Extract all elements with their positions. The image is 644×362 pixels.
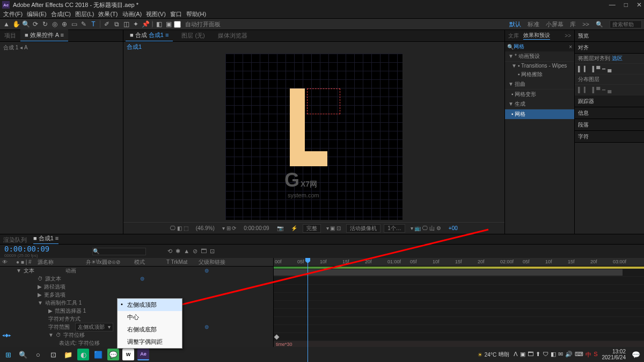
exposure-value[interactable]: +00	[447, 225, 460, 231]
align-top-icon[interactable]: ▀	[596, 66, 600, 72]
tab-composition[interactable]: ■ 合成 合成1 ≡	[126, 29, 173, 41]
snapshot-icon[interactable]: 📷	[275, 225, 286, 231]
expression-text[interactable]: time*30	[276, 342, 292, 347]
timecode-display[interactable]: 0:00:00:09	[0, 245, 49, 253]
tree-distort[interactable]: ▼扭曲	[505, 79, 574, 90]
menu-item-kerning[interactable]: 调整字偶间距	[118, 336, 182, 348]
tab-effects-presets[interactable]: 效果和预设	[523, 32, 550, 40]
timeline-tracks[interactable]: 00f 05f 10f 15f 20f 01:00f 05f 10f 15f 2…	[274, 258, 644, 362]
menu-help[interactable]: 帮助(H)	[185, 10, 207, 18]
app-icon-2[interactable]: 🟦	[92, 349, 104, 360]
menu-item-center[interactable]: 中心	[118, 311, 182, 323]
tl-icon[interactable]: ▲	[184, 248, 189, 255]
composition-viewer[interactable]: GX7网 system.com	[123, 51, 504, 222]
tl-icon[interactable]: 🗔	[201, 248, 207, 255]
pen-tool-icon[interactable]: ✎	[79, 20, 88, 28]
minimize-button[interactable]: —	[609, 1, 616, 9]
anchor-tool-icon[interactable]: ⊕	[60, 20, 69, 28]
menu-animation[interactable]: 动画(A)	[121, 10, 143, 18]
menu-item-right-bottom[interactable]: 右侧或底部	[118, 323, 182, 336]
misc-icons[interactable]: ▾ 📺 🖵 山 ⚙	[408, 225, 443, 232]
row-path-options[interactable]: ▶路径选项	[0, 283, 273, 291]
row-source-text[interactable]: ⏱源文本⊚	[0, 275, 273, 283]
res-icon[interactable]: ▾ ⊞ ⟳	[220, 225, 239, 231]
magnify-icon[interactable]: 🖵 ◧ ⬚	[168, 225, 191, 231]
col-source[interactable]: 源名称	[35, 258, 84, 266]
hand-tool-icon[interactable]: ✋	[12, 20, 20, 28]
notifications-icon[interactable]: 💬	[630, 349, 642, 360]
comp-canvas[interactable]: GX7网 system.com	[225, 54, 402, 220]
tab-footage[interactable]: 媒体浏览器	[214, 30, 252, 41]
menu-file[interactable]: 文件(F)	[2, 10, 24, 18]
maximize-button[interactable]: □	[624, 1, 628, 9]
menu-layer[interactable]: 图层(L)	[74, 10, 95, 18]
ae-taskbar-icon[interactable]: Ae	[137, 349, 149, 360]
orbit-tool-icon[interactable]: ⟳	[31, 20, 40, 28]
workspace-more[interactable]: >>	[582, 21, 589, 27]
start-button[interactable]: ⊞	[2, 349, 14, 360]
tab-project[interactable]: 项目	[0, 30, 20, 41]
search-icon[interactable]: 🔍	[17, 349, 29, 360]
tl-icon[interactable]: ⊡	[210, 248, 215, 255]
timeline-row-text[interactable]: ▼文本动画 ⊚	[0, 267, 273, 275]
text-layer-L[interactable]	[290, 88, 305, 166]
col-parent[interactable]: 父级和链接	[196, 258, 228, 266]
tree-grid[interactable]: ▪ 网格	[505, 109, 574, 119]
tree-transitions[interactable]: ▼▪ Transitions - Wipes	[505, 62, 574, 70]
snap2-icon[interactable]: ▣	[164, 20, 173, 28]
rotate-tool-icon[interactable]: ↻	[41, 20, 49, 28]
composition-name[interactable]: 合成1	[123, 42, 504, 51]
menu-view[interactable]: 视图(V)	[145, 10, 167, 18]
view-icons[interactable]: ▾ ▣ ⊡	[324, 225, 343, 231]
menu-edit[interactable]: 编辑(E)	[26, 10, 48, 18]
taskview-icon[interactable]: ⊡	[47, 349, 59, 360]
menu-item-left-top[interactable]: 左侧或顶部	[118, 299, 182, 311]
menu-composition[interactable]: 合成(C)	[50, 10, 72, 18]
selection-tool-icon[interactable]: ▲	[2, 20, 11, 28]
view-count[interactable]: 1个…	[384, 224, 405, 233]
close-button[interactable]: ✕	[636, 1, 642, 9]
col-trkmat[interactable]: T TrkMat	[164, 259, 196, 265]
tab-overflow[interactable]: >>	[565, 33, 571, 39]
app-icon-3[interactable]: W	[122, 349, 134, 360]
camera-select[interactable]: 活动摄像机	[346, 224, 380, 233]
tab-tracker[interactable]: 跟踪器	[578, 98, 594, 105]
tab-layer[interactable]: 图层 (无)	[177, 30, 209, 41]
shape-tool-icon[interactable]: ▭	[70, 20, 78, 28]
tl-icon[interactable]: ⟲	[167, 248, 172, 255]
cortana-icon[interactable]: ○	[32, 349, 44, 360]
workspace-small[interactable]: 小屏幕	[546, 20, 564, 28]
clone-tool-icon[interactable]: ⧉	[112, 20, 121, 28]
roto-tool-icon[interactable]: ✦	[131, 20, 140, 28]
taskbar-clock[interactable]: 13:02 2021/6/24	[602, 349, 626, 360]
auto-open-checkbox[interactable]	[174, 21, 181, 28]
tab-character[interactable]: 字符	[578, 133, 589, 141]
camera-tool-icon[interactable]: ◎	[50, 20, 59, 28]
effects-search[interactable]: 🔍 网格×	[505, 42, 574, 51]
zoom-value[interactable]: (46.9%)	[194, 225, 217, 231]
wechat-icon[interactable]: 💬	[107, 349, 119, 360]
tree-wipe[interactable]: ▪ 网格擦除	[505, 70, 574, 79]
time-display[interactable]: 0:00:00:09	[241, 225, 271, 231]
layer-bar-text[interactable]	[274, 269, 623, 276]
app-icon-1[interactable]: ◐	[77, 349, 89, 360]
tab-align[interactable]: 对齐	[578, 44, 589, 51]
tab-timeline-comp[interactable]: ■ 合成1 ≡	[33, 234, 58, 244]
align-vcenter-icon[interactable]: ━	[602, 66, 605, 72]
tab-effect-controls[interactable]: ■ 效果控件 A ≡	[20, 29, 68, 41]
align-right-icon[interactable]: ▐	[590, 66, 594, 72]
workspace-lib[interactable]: 库	[570, 20, 576, 28]
tab-paragraph[interactable]: 段落	[578, 121, 589, 129]
puppet-tool-icon[interactable]: 📌	[141, 20, 150, 28]
zoom-tool-icon[interactable]: 🔍	[21, 20, 30, 28]
system-tray[interactable]: ᐱ▣🗔⬆🛡◧✉🔊⌨中S	[514, 351, 597, 359]
snap-icon[interactable]: ◧	[155, 20, 163, 28]
align-hcenter-icon[interactable]: ▍	[584, 66, 588, 72]
tl-icon[interactable]: ✱	[175, 248, 180, 255]
text-tool-icon[interactable]: T	[89, 20, 98, 28]
tree-generate[interactable]: ▼生成	[505, 99, 574, 109]
workspace-default[interactable]: 默认	[509, 20, 521, 28]
align-left-icon[interactable]: ▌	[578, 66, 582, 72]
tab-info[interactable]: 信息	[578, 109, 589, 117]
playhead[interactable]	[308, 258, 308, 362]
